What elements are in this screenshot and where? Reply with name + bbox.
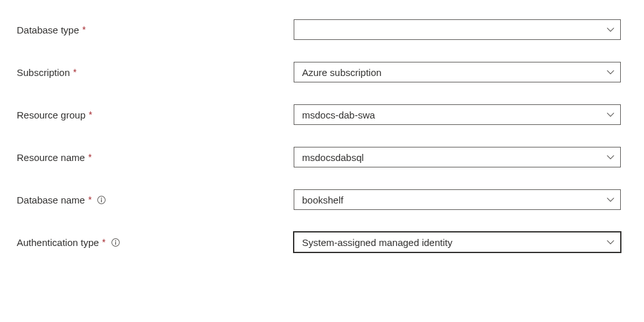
label-resource-name: Resource name * <box>17 152 294 163</box>
form-row-database-type: Database type * <box>17 19 627 40</box>
resource-group-select[interactable]: msdocs-dab-swa <box>294 104 621 125</box>
required-asterisk: * <box>89 109 92 120</box>
form-row-database-name: Database name * bookshelf <box>17 189 627 210</box>
label-text: Resource group <box>17 109 86 120</box>
form-row-subscription: Subscription * Azure subscription <box>17 62 627 82</box>
svg-rect-2 <box>101 199 102 202</box>
required-asterisk: * <box>82 24 86 35</box>
chevron-down-icon <box>606 25 615 34</box>
svg-point-1 <box>101 197 102 198</box>
select-value: msdocsdabsql <box>302 152 364 163</box>
chevron-down-icon <box>606 153 615 162</box>
select-value: bookshelf <box>302 194 343 205</box>
label-text: Resource name <box>17 152 85 163</box>
label-database-type: Database type * <box>17 24 294 35</box>
form-row-authentication-type: Authentication type * System-assigned ma… <box>17 232 627 252</box>
required-asterisk: * <box>73 67 77 77</box>
info-icon[interactable] <box>97 195 106 205</box>
authentication-type-select[interactable]: System-assigned managed identity <box>294 232 621 252</box>
subscription-select[interactable]: Azure subscription <box>294 62 621 82</box>
label-text: Subscription <box>17 67 70 78</box>
label-resource-group: Resource group * <box>17 109 294 120</box>
label-database-name: Database name * <box>17 194 294 205</box>
chevron-down-icon <box>606 195 615 204</box>
info-icon[interactable] <box>111 238 120 247</box>
required-asterisk: * <box>88 152 91 162</box>
label-text: Authentication type <box>17 237 99 248</box>
svg-point-4 <box>115 240 117 241</box>
resource-name-select[interactable]: msdocsdabsql <box>294 147 621 167</box>
label-subscription: Subscription * <box>17 67 294 78</box>
label-text: Database name <box>17 194 85 205</box>
select-value: System-assigned managed identity <box>302 237 452 248</box>
required-asterisk: * <box>88 194 91 205</box>
select-value: Azure subscription <box>302 67 381 78</box>
form-row-resource-name: Resource name * msdocsdabsql <box>17 147 627 167</box>
database-type-select[interactable] <box>294 19 621 40</box>
required-asterisk: * <box>102 237 106 247</box>
chevron-down-icon <box>606 238 615 247</box>
label-text: Database type <box>17 24 79 35</box>
label-authentication-type: Authentication type * <box>17 237 294 248</box>
svg-rect-5 <box>115 242 116 245</box>
chevron-down-icon <box>606 110 615 119</box>
chevron-down-icon <box>606 68 615 77</box>
select-value: msdocs-dab-swa <box>302 109 375 120</box>
database-name-select[interactable]: bookshelf <box>294 189 621 210</box>
form-row-resource-group: Resource group * msdocs-dab-swa <box>17 104 627 125</box>
